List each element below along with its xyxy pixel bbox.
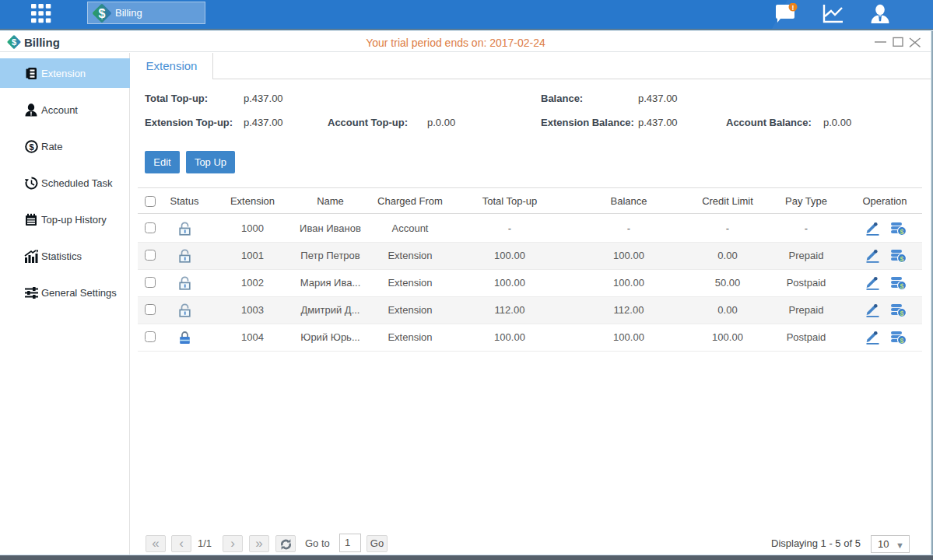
svg-text:$: $ [900,282,903,290]
svg-text:$: $ [900,255,903,263]
svg-text:$: $ [900,337,903,345]
svg-text:$: $ [900,228,903,236]
svg-text:$: $ [99,6,106,19]
svg-text:!: ! [792,4,794,12]
svg-text:$: $ [900,310,903,317]
svg-text:$: $ [29,142,33,151]
